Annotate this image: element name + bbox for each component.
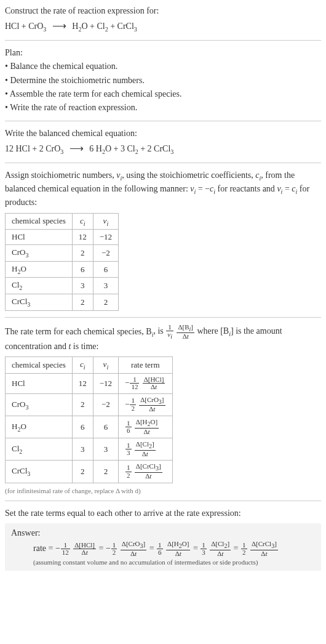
table-row: CrCl3 2 2 bbox=[6, 294, 119, 310]
table-row: CrO3 2 −2 bbox=[6, 245, 119, 262]
plan-bullet: • Assemble the rate term for each chemic… bbox=[5, 88, 321, 100]
unbalanced-equation: HCl + CrO3 ⟶ H2O + Cl2 + CrCl3 bbox=[5, 18, 321, 34]
th-ci: ci bbox=[72, 357, 93, 374]
th-species: chemical species bbox=[6, 357, 73, 374]
divider bbox=[5, 121, 321, 121]
balance-section: Write the balanced chemical equation: 12… bbox=[5, 127, 321, 156]
cell-ci: 2 bbox=[72, 393, 93, 416]
table-row: CrO3 2 −2 −12 Δ[CrO3]Δt bbox=[6, 393, 173, 416]
balanced-equation: 12 HCl + 2 CrO3 ⟶ 6 H2O + 3 Cl2 + 2 CrCl… bbox=[5, 141, 321, 156]
answer-assumption: (assuming constant volume and no accumul… bbox=[33, 558, 315, 566]
table-row: CrCl3 2 2 12 Δ[CrCl3]Δt bbox=[6, 461, 173, 483]
cell-ci: 2 bbox=[72, 294, 93, 310]
construct-line: Construct the rate of reaction expressio… bbox=[5, 5, 321, 17]
plan-bullet: • Balance the chemical equation. bbox=[5, 60, 321, 73]
cell-vi: −12 bbox=[93, 230, 118, 245]
cell-ci: 12 bbox=[72, 230, 93, 245]
cell-rate: 12 Δ[CrCl3]Δt bbox=[119, 461, 172, 483]
cell-species: Cl2 bbox=[6, 278, 73, 294]
plan-bullet: • Write the rate of reaction expression. bbox=[5, 102, 321, 114]
rate-term-intro: The rate term for each chemical species,… bbox=[5, 324, 321, 353]
cell-species: CrO3 bbox=[6, 245, 73, 262]
table-row: HCl 12 −12 −112 Δ[HCl]Δt bbox=[6, 373, 173, 393]
table-header-row: chemical species ci νi rate term bbox=[6, 357, 173, 374]
divider bbox=[5, 40, 321, 41]
cell-vi: −2 bbox=[93, 393, 118, 416]
cell-vi: 2 bbox=[93, 461, 118, 483]
rate-term-section: The rate term for each chemical species,… bbox=[5, 324, 321, 494]
cell-vi: 3 bbox=[93, 278, 118, 294]
cell-species: H2O bbox=[6, 261, 73, 278]
th-rate: rate term bbox=[119, 357, 172, 374]
cell-vi: −12 bbox=[93, 373, 118, 393]
answer-label: Answer: bbox=[11, 528, 315, 538]
table-row: Cl2 3 3 13 Δ[Cl2]Δt bbox=[6, 438, 173, 461]
plan-title: Plan: bbox=[5, 47, 321, 59]
rate-term-table: chemical species ci νi rate term HCl 12 … bbox=[5, 356, 173, 483]
table-header-row: chemical species ci νi bbox=[6, 213, 119, 230]
assign-text: Assign stoichiometric numbers, νi, using… bbox=[5, 169, 321, 209]
cell-vi: 6 bbox=[93, 261, 118, 278]
cell-species: CrO3 bbox=[6, 393, 73, 416]
th-ci: ci bbox=[72, 213, 93, 230]
cell-species: CrCl3 bbox=[6, 294, 73, 310]
cell-rate: 16 Δ[H2O]Δt bbox=[119, 416, 172, 438]
th-species: chemical species bbox=[6, 213, 73, 230]
balance-title: Write the balanced chemical equation: bbox=[5, 127, 321, 140]
cell-species: H2O bbox=[6, 416, 73, 438]
cell-rate: −12 Δ[CrO3]Δt bbox=[119, 393, 172, 416]
plan-bullet: • Determine the stoichiometric numbers. bbox=[5, 74, 321, 87]
th-vi: νi bbox=[93, 357, 118, 374]
infinitesimal-note: (for infinitesimal rate of change, repla… bbox=[5, 487, 321, 494]
cell-ci: 2 bbox=[72, 245, 93, 262]
assign-section: Assign stoichiometric numbers, νi, using… bbox=[5, 169, 321, 311]
divider bbox=[5, 317, 321, 318]
cell-ci: 3 bbox=[72, 438, 93, 461]
cell-species: HCl bbox=[6, 230, 73, 245]
cell-species: Cl2 bbox=[6, 438, 73, 461]
divider bbox=[5, 501, 321, 501]
divider bbox=[5, 163, 321, 163]
stoichiometry-table: chemical species ci νi HCl 12 −12 CrO3 2… bbox=[5, 213, 119, 311]
intro-section: Construct the rate of reaction expressio… bbox=[5, 5, 321, 34]
table-row: HCl 12 −12 bbox=[6, 230, 119, 245]
cell-vi: 2 bbox=[93, 294, 118, 310]
table-row: H2O 6 6 16 Δ[H2O]Δt bbox=[6, 416, 173, 438]
plan-section: Plan: • Balance the chemical equation. •… bbox=[5, 47, 321, 114]
th-vi: νi bbox=[93, 213, 118, 230]
cell-vi: 6 bbox=[93, 416, 118, 438]
cell-ci: 6 bbox=[72, 416, 93, 438]
cell-species: HCl bbox=[6, 373, 73, 393]
table-row: H2O 6 6 bbox=[6, 261, 119, 278]
cell-vi: −2 bbox=[93, 245, 118, 262]
rate-term-before: The rate term for each chemical species,… bbox=[5, 326, 152, 336]
set-equal-text: Set the rate terms equal to each other t… bbox=[5, 507, 321, 520]
cell-vi: 3 bbox=[93, 438, 118, 461]
cell-rate: 13 Δ[Cl2]Δt bbox=[119, 438, 172, 461]
set-equal-section: Set the rate terms equal to each other t… bbox=[5, 507, 321, 571]
cell-rate: −112 Δ[HCl]Δt bbox=[119, 373, 172, 393]
cell-ci: 3 bbox=[72, 278, 93, 294]
cell-ci: 2 bbox=[72, 461, 93, 483]
answer-rate-expression: rate = −112 Δ[HCl]Δt = −12 Δ[CrO3]Δt = 1… bbox=[33, 541, 315, 557]
cell-ci: 12 bbox=[72, 373, 93, 393]
table-row: Cl2 3 3 bbox=[6, 278, 119, 294]
cell-ci: 6 bbox=[72, 261, 93, 278]
answer-box: Answer: rate = −112 Δ[HCl]Δt = −12 Δ[CrO… bbox=[5, 523, 321, 571]
cell-species: CrCl3 bbox=[6, 461, 73, 483]
